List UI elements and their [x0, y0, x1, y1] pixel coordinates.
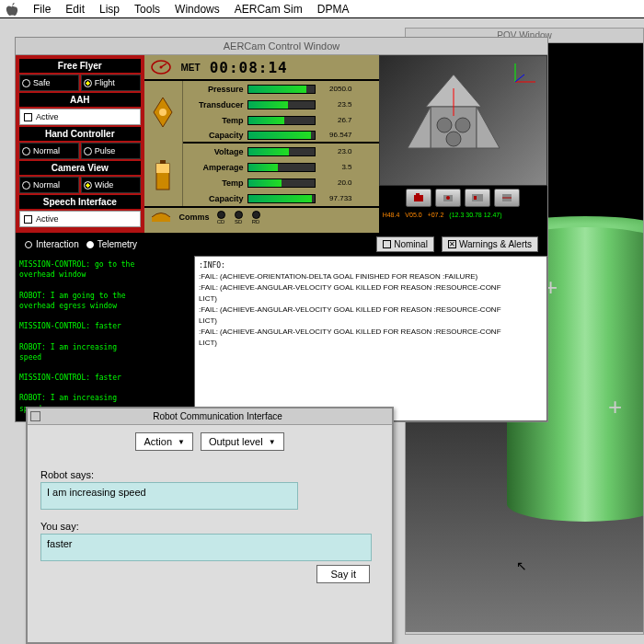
speech-active-check[interactable]: Active	[19, 211, 141, 227]
met-time: 00:08:14	[210, 59, 288, 76]
camera-normal-radio[interactable]: Normal	[19, 177, 79, 193]
svg-rect-20	[416, 193, 420, 196]
warnings-button[interactable]: ✕Warnings & Alerts	[442, 236, 538, 252]
camera-buttons	[379, 186, 547, 210]
chevron-down-icon: ▼	[178, 438, 185, 446]
tab-telemetry[interactable]: Telemetry	[86, 239, 137, 249]
svg-rect-19	[414, 195, 423, 201]
speech-title: Speech Interface	[19, 195, 141, 209]
close-icon[interactable]	[30, 411, 40, 421]
aah-active-check[interactable]: Active	[19, 109, 141, 125]
comm-window: Robot Communication Interface Action▼ Ou…	[26, 407, 394, 644]
menu-edit[interactable]: Edit	[65, 3, 85, 16]
svg-point-3	[159, 109, 167, 116]
metric-row: Temp20.0	[183, 175, 379, 190]
metric-value: 20.0	[319, 178, 352, 187]
cam-btn-2[interactable]	[435, 189, 461, 207]
menu-lisp[interactable]: Lisp	[99, 3, 120, 16]
camera-panel: H48.4 V05.0 +07.2 (12.3 30.78 12.47)	[379, 55, 547, 233]
svg-rect-23	[472, 194, 483, 201]
metric-row: Pressure2050.0	[183, 81, 379, 97]
svg-point-17	[446, 132, 461, 146]
metric-row: Capacity97.733	[183, 190, 379, 206]
tab-row: Interaction Telemetry Nominal ✕Warnings …	[16, 233, 547, 256]
comms-icon	[150, 211, 172, 224]
clock-icon	[150, 59, 172, 75]
chevron-down-icon: ▼	[269, 438, 276, 446]
you-say-label: You say:	[40, 521, 379, 532]
svg-point-16	[455, 118, 470, 132]
tab-interaction[interactable]: Interaction	[25, 239, 79, 249]
camera-title: Camera View	[19, 161, 141, 175]
metric-bar	[247, 131, 316, 140]
metric-row: Temp26.7	[183, 112, 379, 128]
menubar[interactable]: File Edit Lisp Tools Windows AERCam Sim …	[0, 0, 644, 18]
metric-value: 23.5	[319, 100, 352, 109]
metric-label: Amperage	[187, 163, 244, 172]
menu-dpma[interactable]: DPMA	[317, 3, 350, 16]
met-label: MET	[181, 63, 201, 73]
metric-label: Temp	[187, 178, 244, 188]
svg-rect-5	[160, 160, 166, 164]
menu-tools[interactable]: Tools	[134, 3, 160, 16]
crosshair-icon: +	[608, 393, 622, 421]
hand-title: Hand Controller	[19, 127, 141, 141]
svg-rect-6	[156, 164, 169, 173]
telemetry-panel: MET 00:08:14 Pressure2050.0Transducer23.…	[144, 55, 379, 233]
cursor-icon: ↖	[516, 558, 527, 573]
robot-says-label: Robot says:	[40, 469, 379, 480]
metric-row: Transducer23.5	[183, 97, 379, 112]
nominal-button[interactable]: Nominal	[376, 236, 434, 252]
say-it-button[interactable]: Say it	[316, 565, 370, 583]
mode-panel: Free Flyer Safe Flight AAH Active Hand C…	[16, 55, 144, 233]
metric-bar	[247, 194, 316, 203]
menu-windows[interactable]: Windows	[175, 3, 220, 16]
svg-rect-7	[152, 217, 170, 222]
spacecraft	[398, 70, 509, 171]
metric-row: Amperage3.5	[183, 159, 379, 175]
metric-value: 97.733	[319, 194, 352, 202]
comm-title[interactable]: Robot Communication Interface	[28, 408, 392, 425]
metric-label: Capacity	[187, 131, 244, 140]
menu-aercam[interactable]: AERCam Sim	[235, 3, 303, 16]
cam-btn-4[interactable]	[494, 189, 520, 207]
svg-marker-14	[477, 107, 500, 148]
comms-label: Comms	[179, 213, 210, 222]
cam-btn-1[interactable]	[406, 189, 431, 207]
axes-icon	[512, 62, 539, 86]
cam-btn-3[interactable]	[465, 189, 490, 207]
apple-icon	[6, 3, 18, 16]
led-cd: CD	[217, 211, 225, 224]
led-sd: SD	[235, 211, 243, 224]
control-window-title: AERCam Control Window	[16, 38, 547, 55]
menu-file[interactable]: File	[33, 3, 51, 16]
camera-wide-radio[interactable]: Wide	[81, 177, 141, 193]
metric-bar	[247, 100, 316, 109]
svg-marker-13	[408, 107, 431, 148]
hand-pulse-radio[interactable]: Pulse	[81, 143, 141, 159]
metric-bar	[247, 163, 316, 172]
led-rd: RD	[252, 211, 260, 224]
metric-row: Capacity96.547	[183, 128, 379, 144]
metric-label: Pressure	[187, 85, 244, 94]
metric-row: Voltage23.0	[183, 144, 379, 159]
safe-radio[interactable]: Safe	[19, 75, 79, 91]
metric-label: Transducer	[187, 100, 244, 109]
control-window: AERCam Control Window Free Flyer Safe Fl…	[15, 37, 548, 422]
transcript-log: MISSION-CONTROL: go to theoverhead windo…	[16, 256, 194, 421]
you-say-input[interactable]: faster	[40, 534, 372, 561]
camera-view	[379, 55, 547, 186]
aah-title: AAH	[19, 93, 141, 107]
output-level-combo[interactable]: Output level▼	[201, 432, 284, 451]
metric-value: 3.5	[319, 163, 352, 171]
flight-radio[interactable]: Flight	[81, 75, 141, 91]
svg-point-2	[159, 66, 162, 69]
propellant-icon	[144, 81, 183, 144]
metric-value: 26.7	[319, 116, 352, 124]
robot-says-text: I am increasing speed	[40, 482, 298, 510]
metric-label: Capacity	[187, 194, 244, 203]
system-log: :INFO: :FAIL: (ACHIEVE-ORIENTATION-DELTA…	[194, 256, 547, 421]
svg-line-10	[515, 75, 524, 82]
action-combo[interactable]: Action▼	[135, 432, 193, 451]
hand-normal-radio[interactable]: Normal	[19, 143, 79, 159]
